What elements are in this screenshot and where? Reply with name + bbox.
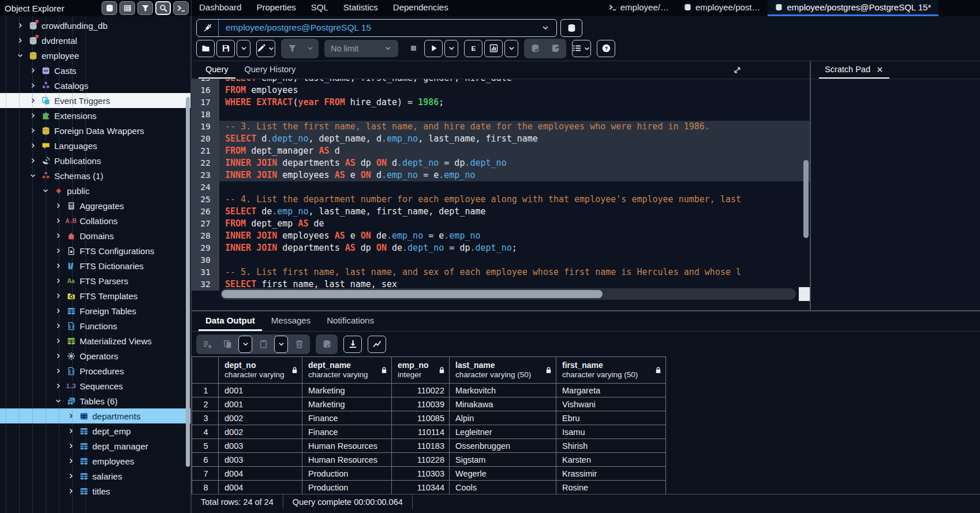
cell-first_name[interactable]: Rosine: [556, 481, 666, 495]
tab-messages[interactable]: Messages: [264, 313, 317, 331]
cell-dept_name[interactable]: Human Resources: [302, 439, 392, 453]
cell-dept_no[interactable]: d002: [219, 425, 302, 439]
tab-scratch-pad[interactable]: Scratch Pad: [819, 62, 889, 79]
cell-last_name[interactable]: Markovitch: [450, 384, 556, 397]
editor-horizontal-scrollbar[interactable]: [220, 288, 796, 300]
line-number[interactable]: 23: [192, 169, 219, 181]
cell-emp_no[interactable]: 110022: [392, 384, 450, 397]
execute-options-button[interactable]: [444, 40, 458, 57]
code-text[interactable]: INNER JOIN employees AS e ON de.emp_no =…: [219, 230, 810, 242]
chevron-right-icon[interactable]: [67, 412, 75, 420]
editor-line-28[interactable]: 28INNER JOIN employees AS e ON de.emp_no…: [192, 230, 810, 242]
line-number[interactable]: 17: [192, 96, 219, 109]
chevron-right-icon[interactable]: [16, 21, 24, 29]
cell-emp_no[interactable]: 110228: [392, 453, 450, 467]
chevron-right-icon[interactable]: [54, 337, 62, 345]
row-limit-select[interactable]: No limit: [324, 40, 398, 57]
tree-item-operators[interactable]: Operators: [0, 348, 190, 363]
grid-button[interactable]: [119, 1, 135, 15]
chevron-right-icon[interactable]: [54, 232, 62, 240]
editor-line-27[interactable]: 27FROM dept_emp AS de: [192, 218, 810, 230]
line-number[interactable]: 16: [192, 84, 219, 96]
tree-item-catalogs[interactable]: Catalogs: [0, 78, 190, 93]
line-number[interactable]: 31: [192, 266, 219, 278]
line-number[interactable]: 24: [192, 181, 219, 194]
chevron-right-icon[interactable]: [67, 457, 75, 465]
tab-dependencies[interactable]: Dependencies: [386, 0, 456, 16]
code-text[interactable]: SELECT de.emp_no, last_name, first_name,…: [219, 206, 810, 218]
editor-line-23[interactable]: 23INNER JOIN employees AS e ON d.emp_no …: [192, 169, 810, 181]
cell-emp_no[interactable]: 110039: [392, 397, 450, 411]
paste-options-button[interactable]: [274, 336, 288, 353]
editor-line-17[interactable]: 17WHERE EXTRACT(year FROM hire_date) = 1…: [192, 96, 810, 109]
tree-item-employees[interactable]: employees: [0, 453, 190, 469]
chevron-right-icon[interactable]: [29, 66, 37, 75]
cell-emp_no[interactable]: 110183: [392, 439, 450, 453]
editor-line-18[interactable]: 18: [192, 109, 810, 121]
new-connection-button[interactable]: [560, 19, 582, 37]
tree-item-dept-manager[interactable]: dept_manager: [0, 438, 190, 453]
cell-dept_name[interactable]: Marketing: [302, 397, 392, 411]
tab-employee-postgres-postgresql-15-[interactable]: employee/postgres@PostgreSQL 15*: [768, 0, 938, 16]
save-file-button[interactable]: [216, 40, 235, 57]
tree-item-dept-emp[interactable]: dept_emp: [0, 423, 190, 438]
cell-first_name[interactable]: Krassimir: [556, 467, 666, 481]
edit-menu-button[interactable]: [256, 40, 275, 57]
chevron-right-icon[interactable]: [29, 111, 37, 120]
chevron-down-icon[interactable]: [54, 397, 62, 405]
chevron-right-icon[interactable]: [67, 427, 75, 435]
code-text[interactable]: [219, 181, 810, 194]
cell-first_name[interactable]: Isamu: [556, 425, 666, 439]
tree-item-foreign-tables[interactable]: Foreign Tables: [0, 303, 190, 318]
tab-sql[interactable]: SQL: [304, 0, 336, 16]
sql-editor[interactable]: 15SELECT emp_no, last_name, first_name, …: [192, 79, 810, 310]
code-text[interactable]: [219, 254, 810, 266]
tree-item-domains[interactable]: Domains: [0, 228, 190, 243]
editor-horizontal-scrollbar-thumb[interactable]: [222, 290, 603, 298]
editor-line-21[interactable]: 21FROM dept_manager AS d: [192, 145, 810, 157]
cell-emp_no[interactable]: 110344: [392, 481, 450, 495]
cell-dept_name[interactable]: Finance: [302, 425, 392, 439]
terminal-button[interactable]: [173, 1, 189, 15]
tree-item-fts-configurations[interactable]: FTS Configurations: [0, 243, 190, 258]
editor-line-16[interactable]: 16FROM employees: [192, 84, 810, 96]
tab-data-output[interactable]: Data Output: [199, 313, 262, 331]
cell-emp_no[interactable]: 110085: [392, 411, 450, 425]
search-button[interactable]: [155, 1, 171, 15]
chevron-right-icon[interactable]: [54, 292, 62, 300]
tree-item-tables-6-[interactable]: Tables (6): [0, 393, 190, 408]
row-number-cell[interactable]: 3: [192, 411, 219, 425]
row-number-header[interactable]: [192, 357, 219, 384]
row-number-cell[interactable]: 7: [192, 467, 219, 481]
cell-first_name[interactable]: Margareta: [556, 384, 666, 397]
cell-dept_no[interactable]: d003: [219, 439, 302, 453]
cell-first_name[interactable]: Karsten: [556, 453, 666, 467]
line-number[interactable]: 30: [192, 254, 219, 266]
tree-item-employee[interactable]: employee: [0, 48, 190, 63]
explain-analyze-button[interactable]: [484, 40, 503, 57]
chevron-right-icon[interactable]: [54, 262, 62, 270]
code-text[interactable]: SELECT d.dept_no, dept_name, d.emp_no, l…: [219, 133, 810, 145]
cell-emp_no[interactable]: 110114: [392, 425, 450, 439]
line-number[interactable]: 27: [192, 218, 219, 230]
close-icon[interactable]: [876, 66, 884, 73]
chevron-right-icon[interactable]: [67, 442, 75, 450]
cell-last_name[interactable]: Legleitner: [450, 425, 556, 439]
column-header-emp_no[interactable]: emp_nointeger: [392, 357, 450, 384]
tree-item-titles[interactable]: titles: [0, 484, 190, 499]
row-number-cell[interactable]: 1: [192, 384, 219, 397]
tree-item-event-triggers[interactable]: Event Triggers: [0, 93, 190, 108]
tree-item-schemas-1-[interactable]: Schemas (1): [0, 168, 190, 183]
tab-query[interactable]: Query: [199, 62, 235, 79]
editor-line-20[interactable]: 20SELECT d.dept_no, dept_name, d.emp_no,…: [192, 133, 810, 145]
database-quick-search-button[interactable]: [102, 1, 117, 15]
graph-visualiser-button[interactable]: [368, 336, 386, 353]
column-header-first_name[interactable]: first_namecharacter varying (50): [556, 357, 666, 384]
editor-line-29[interactable]: 29INNER JOIN departments AS dp ON de.dep…: [192, 242, 810, 254]
column-header-dept_no[interactable]: dept_nocharacter varying: [219, 357, 302, 384]
tab-query-history[interactable]: Query History: [238, 62, 303, 79]
line-number[interactable]: 21: [192, 145, 219, 157]
cell-dept_no[interactable]: d004: [219, 467, 302, 481]
cell-dept_no[interactable]: d001: [219, 384, 302, 397]
cell-first_name[interactable]: Shirish: [556, 439, 666, 453]
